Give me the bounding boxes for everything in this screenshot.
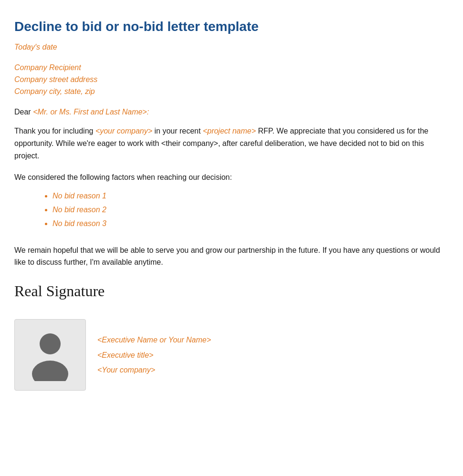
salutation-prefix: Dear: [14, 108, 33, 116]
contact-company: <Your company>: [97, 363, 211, 376]
body-paragraph-1: Thank you for including <your company> i…: [14, 125, 444, 162]
svg-point-1: [32, 361, 68, 381]
contact-name: <Executive Name or Your Name>: [97, 333, 211, 346]
reason-3: No bid reason 3: [53, 217, 444, 231]
body1-company: <your company>: [95, 127, 152, 135]
reason-2: No bid reason 2: [53, 203, 444, 217]
svg-point-0: [40, 333, 61, 354]
salutation: Dear <Mr. or Ms. First and Last Name>:: [14, 108, 444, 116]
closing-paragraph: We remain hopeful that we will be able t…: [14, 244, 444, 269]
contact-block: <Executive Name or Your Name> <Executive…: [14, 319, 444, 391]
date-field: Today's date: [14, 43, 444, 52]
signature-text: Real Signature: [14, 282, 105, 300]
body1-project: <project name>: [203, 127, 256, 135]
reason-1: No bid reason 1: [53, 189, 444, 203]
reasons-list: No bid reason 1 No bid reason 2 No bid r…: [14, 189, 444, 230]
address-street: Company street address: [14, 74, 444, 86]
address-block: Company Recipient Company street address…: [14, 62, 444, 97]
letter-container: Decline to bid or no-bid letter template…: [14, 19, 444, 391]
contact-title: <Executive title>: [97, 349, 211, 362]
body1-prefix: Thank you for including: [14, 127, 95, 135]
body1-middle: in your recent: [152, 127, 203, 135]
address-city: Company city, state, zip: [14, 86, 444, 98]
avatar: [14, 319, 86, 391]
signature-block: Real Signature: [14, 282, 444, 300]
address-recipient: Company Recipient: [14, 62, 444, 74]
page-title: Decline to bid or no-bid letter template: [14, 19, 444, 34]
salutation-placeholder: <Mr. or Ms. First and Last Name>:: [33, 108, 149, 116]
avatar-icon: [26, 329, 74, 381]
factors-intro: We considered the following factors when…: [14, 173, 444, 182]
contact-info: <Executive Name or Your Name> <Executive…: [97, 333, 211, 376]
